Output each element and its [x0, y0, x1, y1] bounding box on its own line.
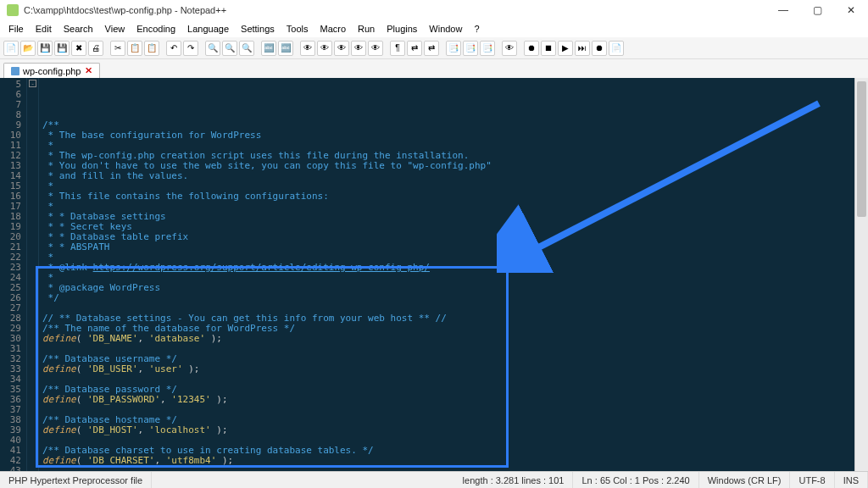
toolbar-button[interactable]: ⇄: [424, 41, 439, 56]
code-line[interactable]: * * Database settings: [42, 212, 854, 222]
menu-settings[interactable]: Settings: [236, 22, 280, 36]
toolbar-button[interactable]: 👁: [300, 41, 315, 56]
title-bar: C:\xampp\htdocs\test\wp-config.php - Not…: [0, 0, 868, 20]
menu-tools[interactable]: Tools: [281, 22, 314, 36]
toolbar-button[interactable]: 📑: [480, 41, 495, 56]
toolbar-button[interactable]: 👁: [334, 41, 349, 56]
code-line[interactable]: * * ABSPATH: [42, 242, 854, 252]
toolbar-button[interactable]: 📂: [20, 41, 36, 56]
toolbar-button[interactable]: 🖨: [88, 41, 103, 56]
toolbar-button[interactable]: 💾: [37, 41, 53, 56]
code-line[interactable]: define( 'DB_USER', 'user' );: [42, 364, 854, 374]
status-encoding: UTF-8: [790, 472, 834, 488]
toolbar-button[interactable]: ↶: [166, 41, 181, 56]
code-area[interactable]: /** * The base configuration for WordPre…: [39, 78, 854, 471]
menu-file[interactable]: File: [3, 22, 29, 36]
code-line[interactable]: */: [42, 293, 854, 303]
toolbar-button[interactable]: 🔤: [261, 41, 276, 56]
toolbar-button[interactable]: ✖: [71, 41, 86, 56]
menu-edit[interactable]: Edit: [31, 22, 57, 36]
code-line[interactable]: * The base configuration for WordPress: [42, 130, 854, 141]
minimize-button[interactable]: —: [766, 0, 800, 20]
menu-run[interactable]: Run: [353, 22, 380, 36]
code-line[interactable]: define( 'DB_NAME', 'database' );: [42, 334, 854, 344]
menu-plugins[interactable]: Plugins: [381, 22, 422, 36]
code-line[interactable]: define( 'DB_CHARSET', 'utf8mb4' );: [42, 456, 854, 466]
toolbar-button[interactable]: 💾: [54, 41, 70, 56]
fold-box-icon[interactable]: -: [29, 80, 36, 87]
maximize-button[interactable]: ▢: [800, 0, 834, 20]
code-line[interactable]: define( 'DB_HOST', 'localhost' );: [42, 425, 854, 435]
editor[interactable]: 5678910111213141516171819202122232425262…: [0, 78, 868, 471]
toolbar-button[interactable]: 🔍: [239, 41, 254, 56]
tab-label: wp-config.php: [23, 66, 81, 76]
code-line[interactable]: * @link https://wordpress.org/support/ar…: [42, 263, 854, 273]
menu-window[interactable]: Window: [424, 22, 467, 36]
toolbar-button[interactable]: ⏺: [592, 41, 607, 56]
status-bar: PHP Hypertext Preprocessor file length :…: [0, 471, 868, 488]
status-language: PHP Hypertext Preprocessor file: [0, 472, 152, 488]
window-title: C:\xampp\htdocs\test\wp-config.php - Not…: [24, 5, 226, 15]
toolbar-button[interactable]: 📑: [463, 41, 478, 56]
toolbar-button[interactable]: 👁: [317, 41, 332, 56]
toolbar-button[interactable]: ⏺: [524, 41, 539, 56]
code-line[interactable]: * This file contains the following confi…: [42, 191, 854, 202]
toolbar-button[interactable]: 🔍: [222, 41, 237, 56]
toolbar-button[interactable]: ↷: [183, 41, 198, 56]
code-line[interactable]: [42, 466, 854, 471]
toolbar-button[interactable]: 🔤: [278, 41, 293, 56]
toolbar: 📄📂💾💾✖🖨✂📋📋↶↷🔍🔍🔍🔤🔤👁👁👁👁👁¶⇄⇄📑📑📑👁⏺⏹▶⏭⏺📄: [0, 37, 868, 59]
close-button[interactable]: ✕: [834, 0, 868, 20]
toolbar-button[interactable]: 📋: [144, 41, 159, 56]
status-position: Ln : 65 Col : 1 Pos : 2.240: [573, 472, 698, 488]
tab-close-icon[interactable]: ⨯: [85, 65, 92, 76]
toolbar-button[interactable]: ⇄: [407, 41, 422, 56]
code-line[interactable]: * * Database table prefix: [42, 232, 854, 242]
code-line[interactable]: define( 'DB_PASSWORD', '12345' );: [42, 395, 854, 405]
toolbar-button[interactable]: 👁: [502, 41, 517, 56]
toolbar-button[interactable]: 📋: [127, 41, 142, 56]
menu-encoding[interactable]: Encoding: [131, 22, 181, 36]
toolbar-button[interactable]: 📄: [609, 41, 624, 56]
toolbar-button[interactable]: 📑: [446, 41, 461, 56]
toolbar-button[interactable]: 🔍: [205, 41, 220, 56]
app-icon: [7, 4, 19, 16]
menu-bar: File Edit Search View Encoding Language …: [0, 20, 868, 37]
tab-wp-config[interactable]: wp-config.php ⨯: [3, 63, 100, 78]
toolbar-button[interactable]: ✂: [110, 41, 125, 56]
toolbar-button[interactable]: 👁: [368, 41, 383, 56]
status-length: length : 3.281 lines : 101: [454, 472, 574, 488]
toolbar-button[interactable]: 📄: [3, 41, 19, 56]
menu-language[interactable]: Language: [182, 22, 234, 36]
menu-help[interactable]: ?: [469, 22, 484, 36]
toolbar-button[interactable]: ¶: [390, 41, 405, 56]
code-line[interactable]: * @package WordPress: [42, 283, 854, 293]
status-insert-mode: INS: [835, 472, 868, 488]
status-eol: Windows (CR LF): [699, 472, 791, 488]
fold-margin[interactable]: -: [27, 78, 39, 471]
scrollbar-thumb[interactable]: [857, 81, 866, 217]
tab-strip: wp-config.php ⨯: [0, 59, 868, 78]
code-line[interactable]: * and fill in the values.: [42, 171, 854, 181]
toolbar-button[interactable]: 👁: [351, 41, 366, 56]
toolbar-button[interactable]: ⏭: [575, 41, 590, 56]
toolbar-button[interactable]: ⏹: [541, 41, 556, 56]
menu-view[interactable]: View: [100, 22, 131, 36]
toolbar-button[interactable]: ▶: [558, 41, 573, 56]
menu-search[interactable]: Search: [58, 22, 98, 36]
menu-macro[interactable]: Macro: [314, 22, 351, 36]
vertical-scrollbar[interactable]: [854, 78, 868, 471]
code-line[interactable]: *: [42, 273, 854, 283]
line-number-gutter: 5678910111213141516171819202122232425262…: [0, 78, 27, 471]
file-icon: [11, 67, 19, 75]
